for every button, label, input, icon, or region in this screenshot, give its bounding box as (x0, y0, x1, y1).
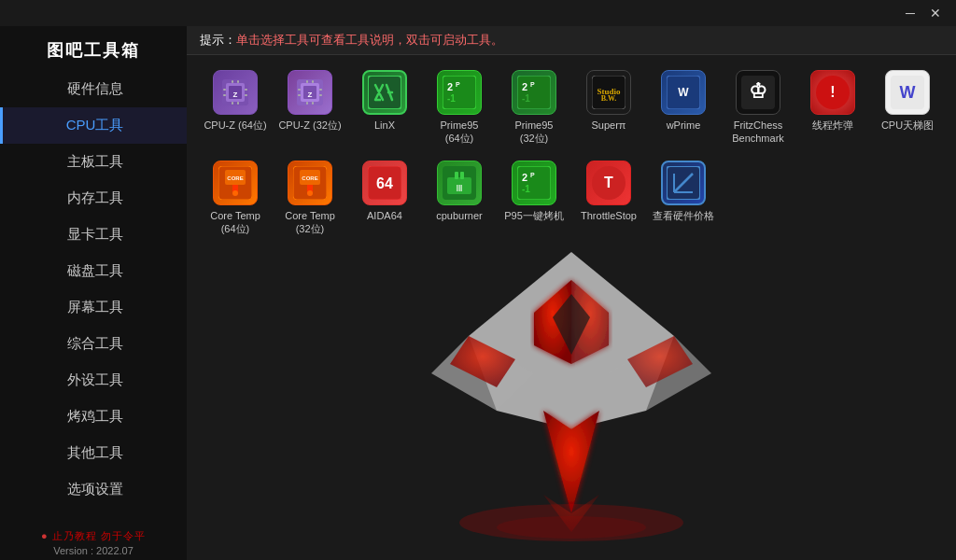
main-content: 提示：单击选择工具可查看工具说明，双击可启动工具。 (187, 26, 956, 560)
tool-label-coretemp32: Core Temp(32位) (285, 209, 335, 236)
sidebar-item-screen-tools[interactable]: 屏幕工具 (0, 289, 187, 326)
tool-label-checkprice: 查看硬件价格 (653, 209, 714, 222)
tool-cpuz64[interactable]: Z CPU-Z (64位) (200, 64, 271, 151)
sidebar-item-cpu-tools[interactable]: CPU工具 (0, 107, 187, 144)
tool-label-wprime: wPrime (667, 119, 701, 132)
title-bar: ─ ✕ (0, 0, 956, 26)
svg-rect-13 (237, 102, 239, 105)
tool-label-prime95-64: Prime95(64位) (441, 119, 479, 146)
tool-label-coretemp64: Core Temp(64位) (210, 209, 260, 236)
tool-label-linx: LinX (374, 119, 395, 132)
tool-label-xiancheng: 线程炸弹 (812, 119, 853, 132)
tool-grid: Z CPU-Z (64位) Z CPU-Z (32位) LinX (187, 55, 956, 250)
sidebar-item-hardware-info[interactable]: 硬件信息 (0, 71, 187, 107)
tool-label-superpi: Superπ (592, 119, 626, 132)
tool-icon-cpuninja: W (885, 70, 930, 115)
tool-label-aida64: AIDA64 (367, 209, 402, 222)
tool-checkprice[interactable]: 查看硬件价格 (648, 155, 719, 242)
svg-text:-1: -1 (522, 93, 530, 104)
tool-label-cpuz64: CPU-Z (64位) (204, 119, 266, 132)
tool-icon-cpuz32: Z (288, 70, 332, 115)
svg-text:-1: -1 (447, 93, 456, 104)
svg-text:P: P (530, 81, 535, 88)
minimize-button[interactable]: ─ (898, 4, 922, 22)
tool-p95[interactable]: 2P-1 P95一键烤机 (499, 155, 569, 242)
hint-prefix: 提示： (200, 33, 236, 47)
svg-text:!: ! (830, 84, 835, 100)
tool-coretemp64[interactable]: CORE Core Temp(64位) (200, 155, 271, 242)
tool-icon-cpuz64: Z (213, 70, 258, 115)
svg-rect-19 (319, 89, 322, 91)
svg-text:CORE: CORE (302, 175, 317, 181)
tool-cpuburner[interactable]: ||| cpuburner (424, 155, 495, 242)
tool-aida64[interactable]: 64 AIDA64 (349, 155, 420, 242)
sidebar-item-disk-tools[interactable]: 磁盘工具 (0, 253, 187, 289)
tool-icon-prime95-64: 2P-1 (437, 70, 482, 115)
svg-text:CORE: CORE (227, 175, 243, 181)
rog-logo-bg (357, 224, 786, 541)
svg-rect-23 (312, 80, 314, 83)
sidebar-title: 图吧工具箱 (0, 26, 187, 71)
svg-text:-1: -1 (522, 184, 530, 194)
svg-rect-6 (223, 89, 226, 91)
svg-rect-24 (306, 102, 308, 105)
svg-rect-21 (319, 94, 322, 96)
svg-text:B.W.: B.W. (601, 94, 617, 103)
tool-fritz[interactable]: ♔ FritzChessBenchmark (723, 64, 794, 151)
sidebar-item-peripheral-tools[interactable]: 外设工具 (0, 362, 187, 399)
tool-icon-linx (362, 70, 407, 115)
svg-rect-20 (298, 94, 301, 96)
tool-prime95-32[interactable]: 2P-1 Prime95(32位) (499, 64, 569, 151)
tool-coretemp32[interactable]: CORE Core Temp(32位) (274, 155, 345, 242)
tool-label-prime95-32: Prime95(32位) (515, 119, 554, 146)
tool-throttlestop[interactable]: T ThrottleStop (573, 155, 644, 242)
tool-linx[interactable]: LinX (349, 64, 420, 151)
svg-rect-7 (245, 89, 247, 91)
tool-icon-cpuburner: ||| (437, 161, 482, 205)
tool-prime95-64[interactable]: 2P-1 Prime95(64位) (424, 64, 495, 151)
sidebar-logo-text: ● 止乃教程 勿于令平 (0, 529, 187, 543)
svg-rect-11 (237, 80, 239, 83)
tool-icon-p95: 2P-1 (512, 161, 556, 205)
sidebar-item-general-tools[interactable]: 综合工具 (0, 326, 187, 362)
svg-text:2: 2 (447, 81, 453, 92)
tool-superpi[interactable]: StudioB.W. Superπ (573, 64, 644, 151)
sidebar-item-other-tools[interactable]: 其他工具 (0, 435, 187, 471)
tool-wprime[interactable]: W wPrime (648, 64, 719, 151)
svg-text:W: W (678, 86, 689, 99)
svg-text:W: W (900, 83, 916, 102)
tool-icon-checkprice (661, 161, 706, 205)
sidebar-item-gpu-tools[interactable]: 显卡工具 (0, 217, 187, 253)
svg-point-54 (232, 190, 238, 196)
sidebar-item-burn-tools[interactable]: 烤鸡工具 (0, 399, 187, 435)
tool-cpuz32[interactable]: Z CPU-Z (32位) (274, 64, 345, 151)
close-button[interactable]: ✕ (922, 4, 949, 22)
svg-rect-10 (232, 80, 233, 83)
hint-bar: 提示：单击选择工具可查看工具说明，双击可启动工具。 (187, 26, 956, 55)
svg-rect-26 (368, 76, 401, 109)
tool-label-throttlestop: ThrottleStop (581, 209, 637, 222)
tool-icon-prime95-32: 2P-1 (512, 70, 556, 115)
svg-rect-22 (306, 80, 308, 83)
svg-text:|||: ||| (457, 183, 463, 191)
svg-rect-67 (460, 172, 464, 179)
svg-rect-25 (312, 102, 314, 105)
hint-text: 单击选择工具可查看工具说明，双击可启动工具。 (236, 33, 503, 47)
sidebar-item-memory-tools[interactable]: 内存工具 (0, 180, 187, 217)
tool-icon-superpi: StudioB.W. (586, 70, 631, 115)
tool-icon-fritz: ♔ (736, 70, 780, 115)
tool-icon-wprime: W (661, 70, 706, 115)
svg-text:Z: Z (233, 91, 238, 99)
tool-xiancheng[interactable]: ! 线程炸弹 (797, 64, 868, 151)
tool-label-fritz: FritzChessBenchmark (732, 119, 784, 146)
svg-text:64: 64 (376, 175, 393, 191)
tool-cpuninja[interactable]: W CPU天梯图 (872, 64, 943, 151)
sidebar-item-motherboard-tools[interactable]: 主板工具 (0, 144, 187, 180)
svg-point-59 (307, 190, 313, 196)
svg-rect-18 (298, 89, 301, 91)
tool-icon-aida64: 64 (362, 161, 407, 205)
tool-icon-xiancheng: ! (810, 70, 855, 115)
sidebar-item-settings[interactable]: 选项设置 (0, 471, 187, 508)
svg-text:P: P (456, 81, 460, 88)
svg-text:♔: ♔ (749, 79, 767, 103)
